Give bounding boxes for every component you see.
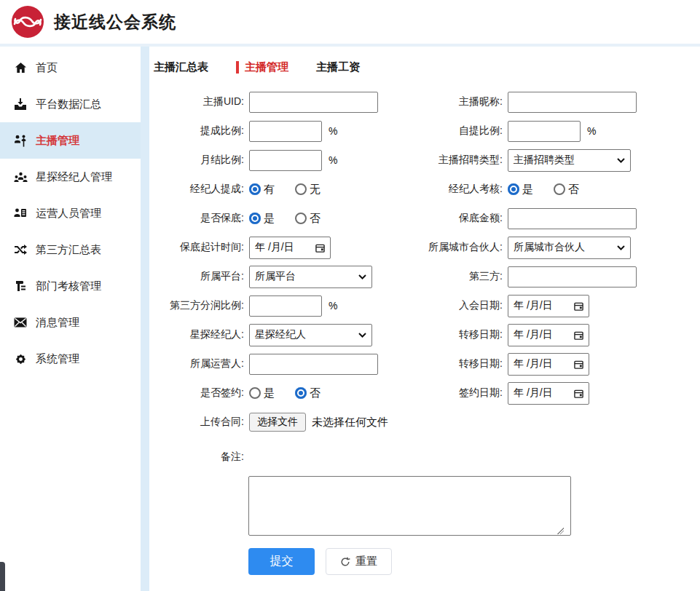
agent-commission-yes-radio[interactable] bbox=[249, 183, 261, 195]
third-party-input[interactable] bbox=[508, 266, 637, 287]
app-header: 接近线公会系统 bbox=[0, 0, 700, 44]
field-label: 入会日期: bbox=[422, 299, 508, 312]
third-party-icon bbox=[13, 243, 28, 256]
chevron-down-icon bbox=[358, 274, 366, 279]
sidebar-item-label: 平台数据汇总 bbox=[36, 98, 101, 111]
main-panel: 主播汇总表 主播管理 主播工资 主播UID: 提成比例: % bbox=[149, 47, 700, 591]
active-tab-marker bbox=[236, 61, 239, 74]
sidebar-item-label: 首页 bbox=[36, 61, 58, 75]
thirdparty-share-ratio-input[interactable] bbox=[249, 296, 322, 317]
calendar-icon bbox=[574, 301, 583, 311]
field-label: 所属城市合伙人: bbox=[422, 241, 508, 254]
sidebar-item-department-assess[interactable]: 部门考核管理 bbox=[0, 268, 141, 304]
sidebar-item-operations-staff[interactable]: 运营人员管理 bbox=[0, 195, 141, 231]
field-label: 上传合同: bbox=[154, 416, 249, 429]
form-row: 上传合同: 选择文件 未选择任何文件 bbox=[154, 408, 565, 437]
field-label: 所属运营人: bbox=[154, 357, 249, 370]
sidebar: 首页 平台数据汇总 主播管理 星探经纪人管理 bbox=[0, 47, 141, 591]
tab-anchor-manage[interactable]: 主播管理 bbox=[236, 60, 288, 74]
sidebar-item-third-party[interactable]: 第三方汇总表 bbox=[0, 231, 141, 268]
recruit-type-select[interactable]: 主播招聘类型 bbox=[508, 149, 631, 172]
submit-button[interactable]: 提交 bbox=[248, 548, 315, 575]
tab-anchor-salary[interactable]: 主播工资 bbox=[316, 60, 360, 74]
sidebar-main-divider bbox=[141, 47, 149, 591]
field-label: 自提比例: bbox=[422, 124, 508, 138]
anchor-nickname-input[interactable] bbox=[508, 92, 637, 113]
field-label: 主播昵称: bbox=[422, 95, 508, 108]
reset-button[interactable]: 重置 bbox=[326, 548, 392, 575]
field-label: 转移日期: bbox=[422, 328, 508, 341]
sidebar-item-platform-data[interactable]: 平台数据汇总 bbox=[0, 86, 141, 122]
field-label: 第三方: bbox=[422, 270, 508, 283]
agent-assess-yes-radio[interactable] bbox=[508, 183, 519, 195]
form-row: 主播昵称: bbox=[422, 87, 674, 116]
field-label: 保底起计时间: bbox=[154, 241, 249, 254]
calendar-icon bbox=[574, 389, 583, 398]
operations-staff-icon bbox=[13, 207, 28, 220]
calendar-icon bbox=[315, 243, 325, 253]
home-icon bbox=[13, 61, 28, 74]
operator-input[interactable] bbox=[249, 354, 378, 375]
signed-yes-radio[interactable] bbox=[249, 387, 261, 399]
guarantee-no-radio[interactable] bbox=[295, 213, 307, 224]
system-icon bbox=[13, 352, 28, 365]
field-label: 经纪人提成: bbox=[154, 183, 249, 196]
field-label: 签约日期: bbox=[422, 386, 508, 400]
signed-no-radio[interactable] bbox=[295, 387, 307, 399]
field-label: 转移日期: bbox=[422, 357, 508, 370]
field-label: 备注: bbox=[154, 451, 249, 464]
field-label: 是否签约: bbox=[154, 386, 249, 400]
sidebar-item-message[interactable]: 消息管理 bbox=[0, 304, 141, 341]
sidebar-item-label: 消息管理 bbox=[36, 316, 79, 330]
chevron-down-icon bbox=[617, 158, 625, 163]
city-partner-select[interactable]: 所属城市合伙人 bbox=[508, 237, 631, 259]
transfer-date-input-2[interactable]: 年 /月/日 bbox=[508, 353, 589, 376]
agent-assess-no-radio[interactable] bbox=[554, 183, 565, 195]
field-label: 提成比例: bbox=[154, 124, 249, 138]
sidebar-item-label: 系统管理 bbox=[36, 352, 79, 366]
app-title: 接近线公会系统 bbox=[54, 11, 176, 33]
form-row: 备注: bbox=[154, 447, 565, 467]
anchor-form: 主播UID: 提成比例: % 月结比例: % 经纪人提成: bbox=[149, 87, 700, 591]
app-window: 接近线公会系统 首页 平台数据汇总 主播管理 bbox=[0, 0, 700, 591]
guarantee-amount-input[interactable] bbox=[508, 208, 637, 229]
sign-date-input[interactable]: 年 /月/日 bbox=[508, 382, 589, 405]
department-assess-icon bbox=[13, 279, 28, 293]
join-date-input[interactable]: 年 /月/日 bbox=[508, 295, 589, 317]
calendar-icon bbox=[574, 360, 583, 369]
bottom-left-tooltip-fragment bbox=[0, 562, 5, 591]
form-row: 转移日期: 年 /月/日 bbox=[422, 349, 674, 378]
monthly-ratio-input[interactable] bbox=[249, 150, 322, 171]
form-row: 入会日期: 年 /月/日 bbox=[422, 291, 674, 320]
field-label: 主播UID: bbox=[154, 95, 249, 108]
sidebar-item-label: 第三方汇总表 bbox=[36, 243, 101, 257]
sidebar-item-label: 主播管理 bbox=[36, 134, 79, 148]
percent-suffix: % bbox=[329, 154, 337, 166]
self-ratio-input[interactable] bbox=[508, 121, 581, 142]
sidebar-item-home[interactable]: 首页 bbox=[0, 49, 141, 86]
sidebar-item-scout-agent[interactable]: 星探经纪人管理 bbox=[0, 159, 141, 195]
field-label: 星探经纪人: bbox=[154, 328, 249, 341]
scout-agent-icon bbox=[13, 170, 28, 183]
brand-logo-icon bbox=[10, 4, 45, 39]
sidebar-item-label: 运营人员管理 bbox=[36, 207, 101, 221]
form-row: 保底金额: bbox=[422, 204, 674, 233]
platform-select[interactable]: 所属平台 bbox=[249, 266, 372, 288]
guarantee-yes-radio[interactable] bbox=[249, 213, 261, 224]
field-label: 月结比例: bbox=[154, 154, 249, 167]
transfer-date-input-1[interactable]: 年 /月/日 bbox=[508, 324, 589, 346]
remark-textarea[interactable] bbox=[248, 476, 571, 536]
sidebar-item-label: 部门考核管理 bbox=[36, 279, 101, 293]
guarantee-start-date-input[interactable]: 年 /月/日 bbox=[249, 237, 331, 259]
sidebar-item-anchor-manage[interactable]: 主播管理 bbox=[0, 122, 141, 159]
scout-agent-select[interactable]: 星探经纪人 bbox=[249, 324, 372, 346]
agent-commission-no-radio[interactable] bbox=[295, 183, 307, 195]
tab-bar: 主播汇总表 主播管理 主播工资 bbox=[149, 47, 700, 76]
refresh-icon bbox=[340, 557, 350, 567]
anchor-uid-input[interactable] bbox=[249, 92, 378, 113]
upload-contract-button[interactable]: 选择文件 bbox=[249, 413, 306, 432]
form-row: 所属城市合伙人: 所属城市合伙人 bbox=[422, 233, 674, 262]
tab-anchor-summary[interactable]: 主播汇总表 bbox=[154, 60, 208, 74]
sidebar-item-system[interactable]: 系统管理 bbox=[0, 341, 141, 377]
commission-ratio-input[interactable] bbox=[249, 121, 322, 142]
